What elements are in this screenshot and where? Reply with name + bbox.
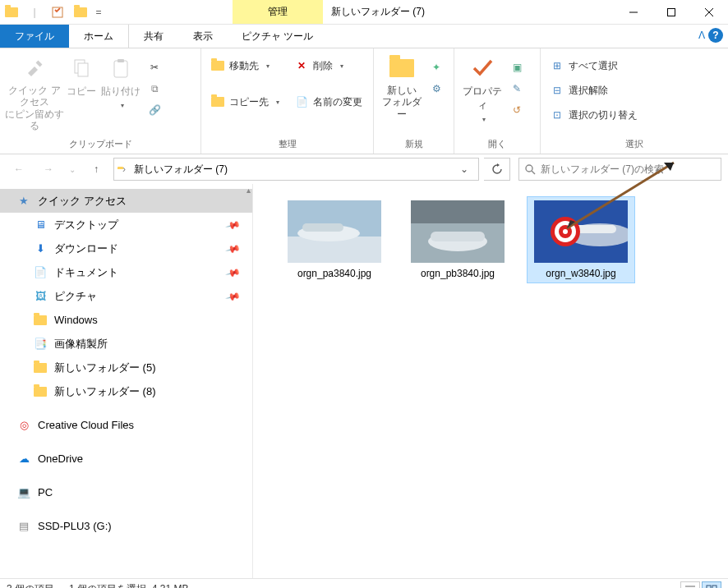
file-item[interactable]: orgn_pb3840.jpg <box>404 197 511 283</box>
move-to-button[interactable]: 移動先▾ <box>208 57 283 75</box>
paste-shortcut-button[interactable]: 🔗 <box>145 101 164 119</box>
pictures-icon: 🖼 <box>33 289 48 304</box>
sidebar-item-downloads[interactable]: ⬇ ダウンロード📌 <box>0 237 252 260</box>
minimize-button[interactable] <box>615 0 652 25</box>
copy-to-button[interactable]: コピー先▾ <box>208 93 283 111</box>
thumbnails-view-button[interactable] <box>702 581 721 589</box>
clipboard-group-label: クリップボード <box>5 136 196 154</box>
document-icon: 📄 <box>33 265 48 280</box>
copy-icon <box>68 55 94 81</box>
file-item-selected[interactable]: orgn_w3840.jpg <box>528 197 634 283</box>
sidebar-item-ccf[interactable]: ◎ Creative Cloud Files <box>0 413 252 437</box>
explorer-icon[interactable] <box>0 0 23 25</box>
svg-rect-32 <box>707 586 711 589</box>
easy-access-button[interactable]: ⚙ <box>426 80 446 98</box>
tab-share[interactable]: 共有 <box>129 25 178 48</box>
copy-to-label: コピー先 <box>229 95 269 109</box>
maximize-button[interactable] <box>652 0 690 25</box>
scroll-up-icon[interactable]: ▴ <box>247 186 251 195</box>
copy-button[interactable]: コピー <box>64 50 99 99</box>
search-box[interactable]: 新しいフォルダー (7)の検索 <box>518 158 721 181</box>
new-folder-button[interactable]: 新しい フォルダー <box>379 50 425 120</box>
delete-button[interactable]: ✕削除▾ <box>292 57 366 75</box>
open-button[interactable]: ▣ <box>507 58 527 76</box>
recent-locations-button[interactable]: ⌄ <box>66 158 79 181</box>
sidebar-item-nf8[interactable]: 新しいフォルダー (8) <box>0 379 252 403</box>
organize-group-label: 整理 <box>206 136 368 154</box>
sidebar-item-label: ドキュメント <box>54 265 118 280</box>
invert-selection-icon: ⊡ <box>551 108 564 122</box>
back-button[interactable]: ← <box>7 158 31 181</box>
ribbon-tabs: ファイル ホーム 共有 表示 ピクチャ ツール ᐱ ? <box>0 25 728 48</box>
drive-icon: ▤ <box>16 519 31 534</box>
ribbon-collapse-icon[interactable]: ᐱ <box>698 30 705 41</box>
file-item[interactable]: orgn_pa3840.jpg <box>281 197 388 283</box>
help-icon[interactable]: ? <box>708 28 723 43</box>
forward-button[interactable]: → <box>36 158 61 181</box>
cut-button[interactable]: ✂ <box>145 58 164 76</box>
onedrive-icon: ☁ <box>16 452 31 466</box>
select-all-label: すべて選択 <box>569 59 618 73</box>
properties-button[interactable]: プロパティ ▾ <box>459 50 505 123</box>
select-all-button[interactable]: ⊞すべて選択 <box>547 57 641 75</box>
qat-properties-icon[interactable] <box>46 0 69 25</box>
sidebar-item-label: 画像精製所 <box>54 337 108 351</box>
sidebar-item-nf5[interactable]: 新しいフォルダー (5) <box>0 356 252 379</box>
refresh-button[interactable] <box>484 158 510 181</box>
tab-home[interactable]: ホーム <box>69 25 129 48</box>
sidebar-item-label: デスクトップ <box>54 218 118 232</box>
sidebar-item-documents[interactable]: 📄 ドキュメント📌 <box>0 260 252 284</box>
close-button[interactable] <box>690 0 728 25</box>
svg-rect-7 <box>114 61 127 77</box>
invert-selection-button[interactable]: ⊡選択の切り替え <box>547 106 641 124</box>
rename-button[interactable]: 📄名前の変更 <box>292 93 366 111</box>
thumbnail <box>411 200 505 263</box>
pin-icon <box>21 55 48 81</box>
invert-selection-label: 選択の切り替え <box>569 108 638 122</box>
file-name: orgn_pa3840.jpg <box>297 268 371 279</box>
file-pane[interactable]: orgn_pa3840.jpg orgn_pb3840.jpg orgn_w38… <box>253 184 728 578</box>
history-button[interactable]: ↺ <box>507 101 527 119</box>
status-bar: 3 個の項目 1 個の項目を選択 4.31 MB <box>0 578 728 588</box>
folder-icon <box>33 384 48 399</box>
sidebar-item-gazou[interactable]: 📑 画像精製所 <box>0 332 252 356</box>
sidebar-item-quick-access[interactable]: ★ クイック アクセス <box>0 189 252 213</box>
scissors-icon: ✂ <box>148 61 161 74</box>
sidebar-item-pictures[interactable]: 🖼 ピクチャ📌 <box>0 284 252 308</box>
qat-folder-icon[interactable] <box>69 0 92 25</box>
pin-to-quick-access-button[interactable]: クイック アクセス にピン留めする <box>5 50 64 132</box>
creative-cloud-icon: ◎ <box>16 418 31 433</box>
select-none-button[interactable]: ⊟選択解除 <box>547 81 641 99</box>
tab-file[interactable]: ファイル <box>0 25 69 48</box>
edit-button[interactable]: ✎ <box>507 80 527 98</box>
new-item-button[interactable]: ✦ <box>426 58 446 76</box>
up-button[interactable]: ↑ <box>84 158 108 181</box>
details-view-button[interactable] <box>680 581 700 589</box>
folder-icon <box>33 313 48 328</box>
sidebar-item-label: Creative Cloud Files <box>38 419 134 431</box>
sidebar-item-ssd[interactable]: ▤ SSD-PLU3 (G:) <box>0 514 252 538</box>
sidebar-item-label: クイック アクセス <box>38 194 127 209</box>
sidebar-item-pc[interactable]: 💻 PC <box>0 480 252 504</box>
tab-view[interactable]: 表示 <box>178 25 228 48</box>
copy-path-button[interactable]: ⧉ <box>145 80 164 98</box>
folder-icon <box>33 361 48 375</box>
breadcrumb-current[interactable]: 新しいフォルダー (7) <box>131 163 231 177</box>
navigation-bar: ← → ⌄ ↑ › 新しいフォルダー (7) ⌄ 新しいフォルダー (7)の検索 <box>0 154 728 184</box>
checkmark-icon <box>469 55 495 81</box>
sidebar-item-label: 新しいフォルダー (5) <box>54 361 156 375</box>
properties-label: プロパティ <box>459 85 505 113</box>
dropdown-caret-icon: ▾ <box>121 102 124 109</box>
quick-access-toolbar: | = <box>0 0 105 24</box>
address-bar[interactable]: › 新しいフォルダー (7) ⌄ <box>113 158 479 181</box>
sidebar-item-desktop[interactable]: 🖥 デスクトップ📌 <box>0 213 252 237</box>
svg-point-9 <box>526 165 532 172</box>
move-to-label: 移動先 <box>229 59 259 73</box>
tab-picture-tools[interactable]: ピクチャ ツール <box>233 25 322 48</box>
address-dropdown-icon[interactable]: ⌄ <box>454 163 475 175</box>
qat-customize-icon[interactable]: = <box>92 0 105 25</box>
sidebar-item-label: 新しいフォルダー (8) <box>54 384 156 399</box>
sidebar-item-onedrive[interactable]: ☁ OneDrive <box>0 447 252 471</box>
sidebar-item-windows[interactable]: Windows <box>0 308 252 332</box>
paste-button[interactable]: 貼り付け ▾ <box>99 50 143 109</box>
